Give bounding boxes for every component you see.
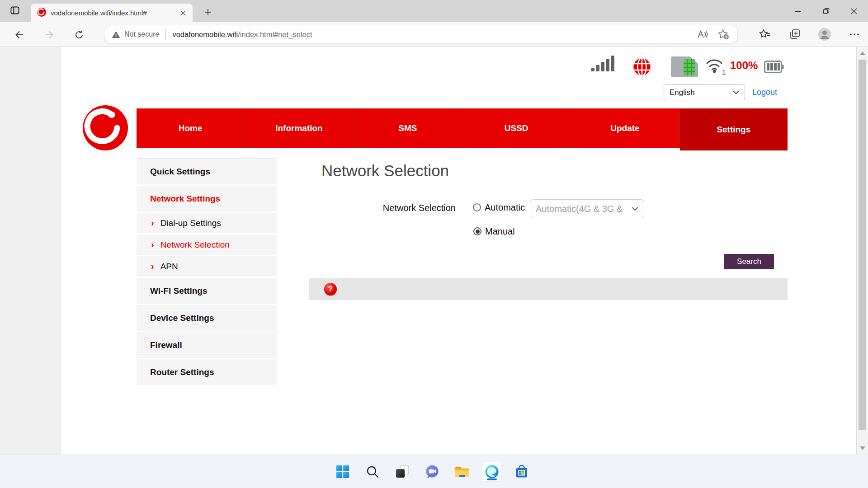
nav-item-home[interactable]: Home — [137, 108, 245, 148]
store-icon — [514, 465, 529, 479]
tab-close-button[interactable] — [178, 8, 188, 18]
collections-button[interactable] — [788, 27, 802, 42]
url-host: vodafonemobile.wifi — [172, 30, 238, 39]
taskbar-search-button[interactable] — [363, 462, 382, 482]
sidebar-label: Router Settings — [150, 367, 214, 377]
logout-link[interactable]: Logout — [752, 88, 777, 97]
sidebar-label: Network Selection — [160, 240, 230, 250]
sidebar-item-router-settings[interactable]: Router Settings — [137, 359, 277, 386]
sidebar-item-network-settings[interactable]: Network Settings — [137, 186, 277, 213]
settings-sidebar: Quick Settings Network Settings ›Dial-up… — [137, 158, 277, 386]
teams-chat-icon — [425, 464, 440, 479]
vodafone-favicon — [37, 8, 46, 19]
sidebar-label: Wi-Fi Settings — [150, 286, 208, 296]
manual-radio[interactable] — [473, 227, 481, 235]
back-button[interactable] — [12, 28, 27, 42]
url-path: /index.html#net_select — [238, 30, 312, 39]
sidebar-item-network-selection[interactable]: ›Network Selection — [137, 235, 277, 256]
nav-label: SMS — [398, 123, 417, 133]
help-bar: ? — [309, 278, 788, 300]
read-aloud-button[interactable] — [696, 28, 709, 41]
help-icon[interactable]: ? — [324, 283, 337, 296]
nav-item-information[interactable]: Information — [245, 108, 354, 148]
tab-strip: vodafonemobile.wifi/index.html# — [0, 0, 868, 22]
network-mode-select[interactable]: Automatic(4G & 3G & — [530, 199, 644, 218]
nav-item-settings[interactable]: Settings — [680, 108, 788, 150]
scroll-down-button[interactable] — [857, 443, 868, 454]
sidebar-label: APN — [160, 262, 178, 272]
battery-percent-label: 100% — [730, 59, 758, 72]
plus-icon — [204, 9, 212, 16]
restore-icon — [823, 8, 830, 14]
automatic-radio[interactable] — [473, 203, 481, 211]
star-plus-icon — [717, 29, 729, 40]
triangle-up-icon — [860, 52, 865, 55]
scrollbar-thumb[interactable] — [859, 60, 866, 430]
profile-button[interactable] — [817, 27, 832, 42]
scrollbar-track[interactable] — [856, 47, 868, 455]
tab-actions-button[interactable] — [6, 4, 24, 19]
browser-tab[interactable]: vodafonemobile.wifi/index.html# — [31, 4, 193, 22]
address-bar[interactable]: Not secure vodafonemobile.wifi/index.htm… — [104, 25, 738, 44]
automatic-label: Automatic — [485, 202, 525, 213]
forward-arrow-icon — [44, 30, 54, 40]
sidebar-label: Firewall — [150, 340, 182, 350]
sidebar-item-apn[interactable]: ›APN — [137, 256, 277, 278]
chevron-down-icon — [733, 90, 739, 94]
site-info-badge[interactable]: Not secure — [112, 30, 159, 38]
restore-button[interactable] — [812, 0, 840, 22]
edge-icon — [485, 465, 499, 479]
nav-item-sms[interactable]: SMS — [354, 108, 462, 148]
sidebar-label: Device Settings — [150, 313, 214, 323]
forward-button[interactable] — [42, 28, 57, 42]
refresh-button[interactable] — [71, 28, 87, 42]
sidebar-label: Quick Settings — [150, 167, 210, 177]
nav-item-ussd[interactable]: USSD — [462, 108, 571, 148]
chat-button[interactable] — [422, 462, 442, 482]
not-secure-label: Not secure — [124, 30, 159, 38]
chevron-right-icon: › — [151, 239, 154, 250]
language-select[interactable]: English — [664, 84, 745, 100]
nav-item-update[interactable]: Update — [571, 108, 679, 148]
file-explorer-button[interactable] — [452, 462, 472, 482]
favorites-button[interactable] — [758, 27, 772, 42]
sidebar-item-dialup-settings[interactable]: ›Dial-up Settings — [137, 213, 277, 235]
sidebar-label: Dial-up Settings — [160, 218, 221, 228]
sidebar-item-quick-settings[interactable]: Quick Settings — [137, 159, 277, 186]
new-tab-button[interactable] — [201, 6, 215, 19]
window-controls — [784, 0, 868, 22]
edge-button[interactable] — [482, 462, 502, 482]
main-navbar: Home Information SMS USSD Update Setting… — [137, 108, 788, 148]
vodafone-logo — [83, 105, 128, 150]
folder-icon — [454, 465, 470, 479]
back-arrow-icon — [14, 30, 24, 40]
manual-label: Manual — [485, 226, 515, 237]
close-window-button[interactable] — [840, 0, 868, 22]
search-icon — [366, 465, 379, 479]
task-view-icon — [395, 464, 410, 479]
network-selection-label: Network Selection — [365, 203, 456, 213]
windows-logo-icon — [335, 465, 350, 479]
selected-language: English — [670, 88, 733, 97]
sidebar-item-device-settings[interactable]: Device Settings — [137, 305, 277, 332]
minimize-button[interactable] — [784, 0, 812, 22]
start-button[interactable] — [333, 462, 353, 482]
collections-icon — [789, 28, 801, 40]
ellipsis-icon — [849, 33, 860, 36]
task-view-button[interactable] — [392, 462, 412, 482]
store-button[interactable] — [512, 462, 532, 482]
url-divider — [165, 29, 166, 39]
wifi-clients-icon — [705, 58, 723, 75]
sidebar-item-firewall[interactable]: Firewall — [137, 332, 277, 359]
nav-label: Information — [275, 123, 323, 133]
add-favorite-button[interactable] — [717, 28, 730, 41]
scroll-up-button[interactable] — [857, 48, 868, 59]
sidebar-item-wifi-settings[interactable]: Wi-Fi Settings — [137, 278, 277, 305]
settings-menu-button[interactable] — [847, 27, 862, 42]
close-icon — [180, 10, 186, 16]
screen: vodafonemobile.wifi/index.html# — [0, 0, 868, 488]
sim-card-icon — [670, 56, 698, 79]
toolbar-right-icons — [758, 24, 862, 45]
search-button[interactable]: Search — [724, 254, 774, 269]
network-mode-value: Automatic(4G & 3G & — [536, 204, 632, 214]
